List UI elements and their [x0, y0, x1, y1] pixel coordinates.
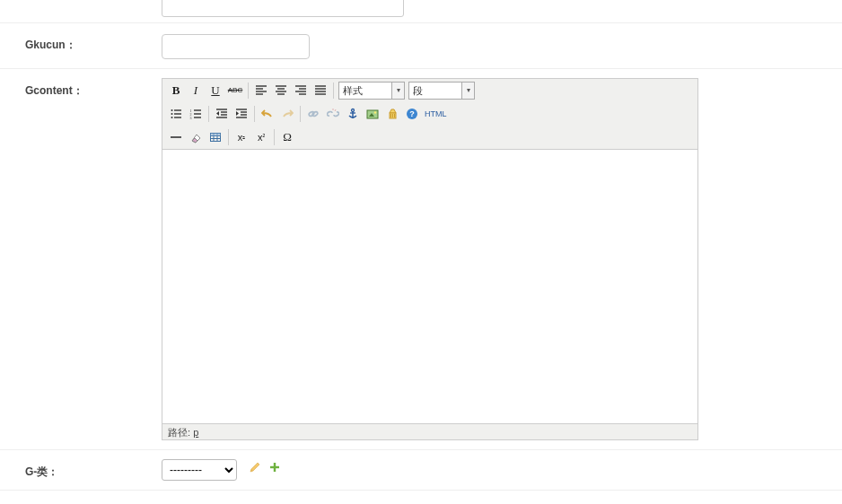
gkucun-label: Gkucun：	[0, 32, 162, 53]
toolbar-row-3: x₂ x² Ω	[162, 126, 697, 149]
editor-path-bar: 路径: p	[162, 423, 697, 439]
subscript-button[interactable]: x₂	[232, 128, 250, 146]
form-row-gcontent: Gcontent： B I U ABC	[0, 69, 842, 450]
form-row-gkucun: Gkucun：	[0, 23, 842, 69]
strikethrough-button[interactable]: ABC	[226, 82, 244, 100]
style-select-text: 样式	[339, 83, 391, 99]
style-select[interactable]: 样式 ▾	[338, 82, 405, 100]
link-button[interactable]	[304, 105, 322, 123]
outdent-button[interactable]	[213, 105, 231, 123]
svg-text:?: ?	[409, 109, 415, 118]
separator	[248, 83, 249, 99]
hr-button[interactable]	[167, 128, 185, 146]
editor-content-area[interactable]	[162, 150, 697, 423]
dropdown-arrow-icon: ▾	[461, 83, 474, 99]
svg-marker-48	[390, 109, 396, 113]
align-left-button[interactable]	[252, 82, 270, 100]
gclass-actions	[249, 461, 281, 474]
gclass-value: ---------	[162, 459, 842, 481]
edit-icon[interactable]	[249, 461, 261, 474]
editor-toolbar: B I U ABC	[162, 79, 697, 150]
image-button[interactable]	[364, 105, 382, 123]
unlink-button[interactable]	[324, 105, 342, 123]
bold-button[interactable]: B	[167, 82, 185, 100]
bullet-list-button[interactable]	[167, 105, 185, 123]
svg-line-41	[335, 109, 336, 111]
align-justify-button[interactable]	[311, 82, 329, 100]
form-row-top	[0, 0, 842, 23]
gclass-label: G-类：	[0, 459, 162, 480]
path-value[interactable]: p	[193, 427, 198, 438]
separator	[274, 129, 275, 145]
svg-point-16	[171, 109, 173, 111]
align-center-button[interactable]	[272, 82, 290, 100]
gcontent-label: Gcontent：	[0, 78, 162, 99]
gclass-select[interactable]: ---------	[162, 459, 237, 481]
help-button[interactable]: ?	[403, 105, 421, 123]
table-button[interactable]	[206, 128, 224, 146]
number-list-button[interactable]: 123	[187, 105, 205, 123]
toolbar-row-2: 123	[162, 102, 697, 126]
separator	[333, 83, 334, 99]
add-icon[interactable]	[268, 461, 281, 474]
gcontent-value-cell: B I U ABC	[162, 78, 842, 440]
separator	[254, 106, 255, 122]
paragraph-select-text: 段	[409, 83, 461, 99]
special-char-button[interactable]: Ω	[278, 128, 296, 146]
align-right-button[interactable]	[292, 82, 310, 100]
remove-format-button[interactable]	[187, 128, 205, 146]
svg-point-18	[171, 117, 173, 118]
svg-point-42	[352, 109, 355, 111]
italic-button[interactable]: I	[187, 82, 205, 100]
dropdown-arrow-icon: ▾	[391, 83, 404, 99]
sup-2: ²	[262, 133, 265, 141]
separator	[300, 106, 301, 122]
gkucun-input[interactable]	[162, 34, 310, 59]
separator	[208, 106, 209, 122]
separator	[228, 129, 229, 145]
top-value	[162, 0, 842, 17]
svg-rect-61	[211, 133, 221, 135]
cleanup-button[interactable]	[383, 105, 401, 123]
redo-button[interactable]	[278, 105, 296, 123]
rich-text-editor: B I U ABC	[162, 78, 698, 440]
svg-marker-37	[236, 111, 239, 116]
form-row-gclass: G-类： ---------	[0, 450, 842, 491]
html-button[interactable]: HTML	[423, 105, 449, 123]
svg-marker-32	[216, 111, 219, 116]
svg-text:3: 3	[190, 115, 192, 119]
path-label: 路径:	[168, 427, 190, 438]
paragraph-select[interactable]: 段 ▾	[408, 82, 475, 100]
gkucun-value	[162, 32, 842, 59]
sub-2: ₂	[242, 133, 245, 141]
toolbar-row-1: B I U ABC	[162, 79, 697, 102]
superscript-button[interactable]: x²	[252, 128, 270, 146]
undo-button[interactable]	[259, 105, 276, 123]
svg-point-47	[374, 111, 376, 113]
svg-point-17	[171, 113, 173, 115]
underline-button[interactable]: U	[206, 82, 224, 100]
anchor-button[interactable]	[344, 105, 362, 123]
top-input[interactable]	[162, 0, 404, 17]
indent-button[interactable]	[232, 105, 250, 123]
